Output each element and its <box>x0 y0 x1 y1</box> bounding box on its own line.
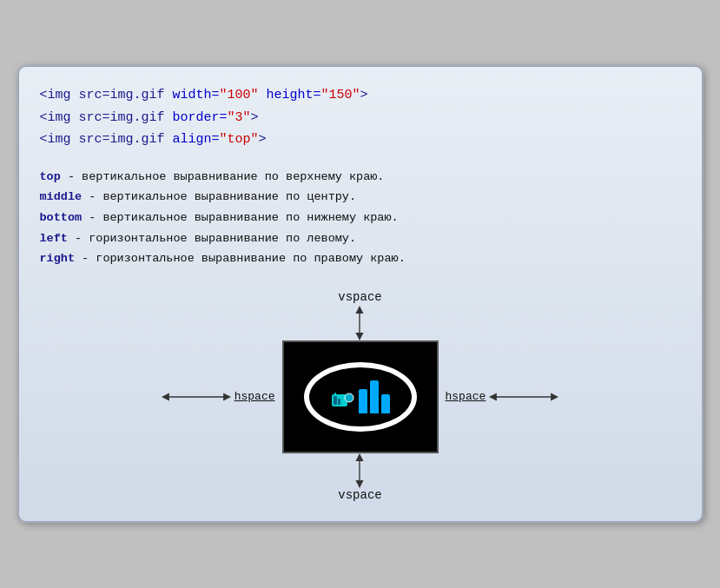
middle-row: hspace <box>162 340 559 453</box>
hspace-right-label: hspace <box>446 390 486 403</box>
attr-width: width= <box>173 88 220 102</box>
kw-left: left <box>40 232 68 245</box>
code-section: <img src=img.gif width="100" height="150… <box>40 84 681 151</box>
desc-left-text: - горизонтальное выравнивание по левому. <box>68 232 356 245</box>
desc-top: top - вертикальное выравнивание по верхн… <box>40 167 681 188</box>
svg-marker-13 <box>551 393 558 400</box>
attr-height: height= <box>259 88 321 102</box>
vspace-top-label: vspace <box>338 290 381 304</box>
vspace-bottom-container: vspace <box>338 453 381 504</box>
attr-align: align= <box>173 132 220 147</box>
inner-icon-content <box>330 380 390 413</box>
val-border: "3" <box>228 110 251 125</box>
code-close-2: > <box>251 110 259 125</box>
val-width: "100" <box>220 88 259 102</box>
tool-icon-svg <box>330 387 356 413</box>
code-text-2: <img src=img.gif <box>40 110 173 125</box>
description-section: top - вертикальное выравнивание по верхн… <box>40 167 681 269</box>
code-close-3: > <box>259 132 267 147</box>
desc-bottom: bottom - вертикальное выравнивание по ни… <box>40 208 681 228</box>
desc-middle-text: - вертикальное выравнивание по центру. <box>82 190 356 203</box>
code-line-2: <img src=img.gif border="3"> <box>40 107 681 129</box>
svg-marker-16 <box>356 480 364 488</box>
hspace-left-group: hspace <box>162 386 275 407</box>
bar-1 <box>359 389 367 413</box>
kw-middle: middle <box>40 190 83 203</box>
code-text: <img src=img.gif <box>40 88 173 102</box>
svg-marker-15 <box>356 453 364 461</box>
icon-inner <box>300 358 421 436</box>
desc-middle: middle - вертикальное выравнивание по це… <box>40 187 681 208</box>
svg-marker-4 <box>162 393 169 400</box>
svg-point-9 <box>345 393 353 402</box>
desc-right: right - горизонтальное выравнивание по п… <box>40 248 681 269</box>
val-height: "150" <box>321 88 360 102</box>
svg-marker-1 <box>356 306 364 314</box>
attr-border: border= <box>173 110 228 125</box>
desc-left: left - горизонтальное выравнивание по ле… <box>40 228 681 249</box>
vspace-bottom-label: vspace <box>338 488 381 502</box>
svg-marker-12 <box>489 393 497 400</box>
svg-marker-2 <box>356 333 364 340</box>
svg-marker-5 <box>223 393 231 400</box>
code-line-1: <img src=img.gif width="100" height="150… <box>40 84 681 107</box>
desc-bottom-text: - вертикальное выравнивание по нижнему к… <box>82 211 399 224</box>
hspace-right-group: hspace <box>446 386 559 407</box>
bar-3 <box>381 394 390 413</box>
image-box <box>282 340 439 453</box>
hspace-right-arrow <box>489 386 558 407</box>
svg-rect-10 <box>334 393 336 396</box>
desc-right-text: - горизонтальное выравнивание по правому… <box>75 252 406 265</box>
kw-bottom: bottom <box>40 211 83 224</box>
kw-top: top <box>40 170 61 183</box>
code-line-3: <img src=img.gif align="top"> <box>40 129 681 151</box>
code-text-3: <img src=img.gif <box>40 132 173 147</box>
vspace-bottom-arrow <box>347 453 372 488</box>
val-align: "top" <box>220 132 259 147</box>
svg-rect-7 <box>334 396 337 405</box>
vspace-top-arrow <box>347 306 372 340</box>
diagram-area: vspace hspace <box>40 290 681 504</box>
hspace-left-arrow <box>162 386 231 407</box>
hspace-left-label: hspace <box>234 390 275 403</box>
bar-2 <box>370 380 379 413</box>
code-close: > <box>360 88 368 102</box>
main-panel: <img src=img.gif width="100" height="150… <box>17 65 703 523</box>
vspace-top-container: vspace <box>338 290 381 340</box>
desc-top-text: - вертикальное выравнивание по верхнему … <box>61 170 385 183</box>
kw-right: right <box>40 252 76 265</box>
svg-rect-8 <box>338 399 340 405</box>
